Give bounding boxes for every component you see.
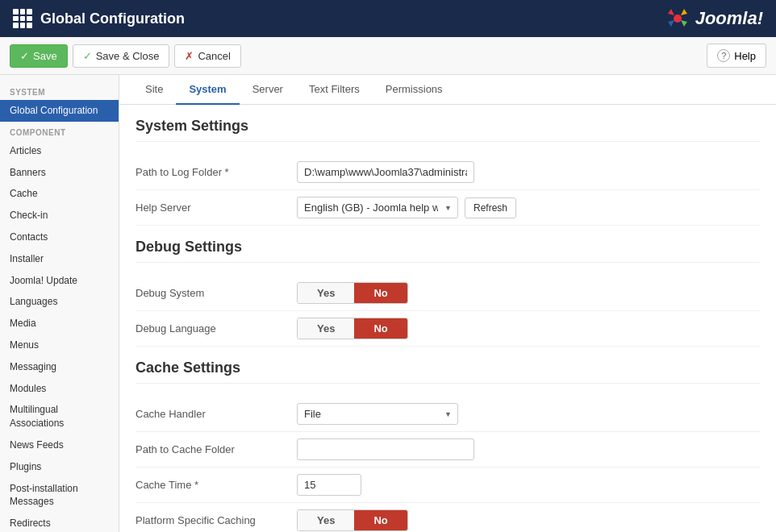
debug-language-yes-btn[interactable]: Yes [298, 318, 354, 339]
debug-language-no-btn[interactable]: No [354, 318, 407, 339]
cache-time-row: Cache Time * [136, 468, 760, 503]
sidebar-item-languages[interactable]: Languages [0, 291, 119, 313]
sidebar-item-contacts[interactable]: Contacts [0, 227, 119, 248]
path-to-cache-folder-label: Path to Cache Folder [136, 443, 297, 455]
main-layout: SYSTEM Global Configuration COMPONENT Ar… [0, 75, 776, 532]
path-to-cache-folder-input[interactable] [297, 438, 474, 460]
header-left: Global Configuration [13, 9, 185, 28]
tab-permissions[interactable]: Permissions [373, 75, 456, 105]
cache-settings-heading: Cache Settings [136, 360, 760, 384]
cache-handler-wrap: File [297, 403, 760, 425]
svg-point-0 [674, 15, 682, 23]
tab-system[interactable]: System [176, 75, 239, 105]
sidebar-item-messaging[interactable]: Messaging [0, 356, 119, 378]
sidebar-item-menus[interactable]: Menus [0, 335, 119, 356]
debug-system-yes-btn[interactable]: Yes [298, 283, 354, 303]
sidebar-item-modules[interactable]: Modules [0, 378, 119, 400]
platform-specific-label: Platform Specific Caching [136, 514, 297, 526]
cancel-button[interactable]: ✗ Cancel [174, 44, 240, 68]
debug-system-toggle: Yes No [297, 282, 408, 304]
cancel-label: Cancel [198, 50, 230, 62]
sidebar-item-plugins[interactable]: Plugins [0, 456, 119, 478]
sidebar-item-news-feeds[interactable]: News Feeds [0, 434, 119, 456]
header: Global Configuration Joomla! [0, 0, 776, 37]
sidebar-item-post-installation-messages[interactable]: Post-installation Messages [0, 478, 119, 513]
path-to-cache-folder-wrap [297, 438, 760, 460]
save-close-button[interactable]: ✓ Save & Close [73, 44, 170, 68]
tab-text-filters[interactable]: Text Filters [296, 75, 373, 105]
refresh-button[interactable]: Refresh [465, 197, 516, 218]
joomla-logo: Joomla! [665, 6, 763, 31]
path-to-log-folder-wrap [297, 161, 760, 183]
checkmark-icon: ✓ [83, 50, 92, 62]
help-server-row: Help Server English (GB) - Joomla help w… [136, 190, 760, 226]
tab-bar: Site System Server Text Filters Permissi… [119, 75, 776, 105]
platform-specific-toggle: Yes No [297, 509, 408, 531]
help-server-select-wrap: English (GB) - Joomla help wiki [297, 197, 458, 218]
path-to-log-folder-input[interactable] [297, 161, 474, 183]
component-section-label: COMPONENT [0, 122, 119, 140]
path-to-cache-folder-row: Path to Cache Folder [136, 432, 760, 468]
help-server-label: Help Server [136, 202, 297, 214]
path-to-log-folder-row: Path to Log Folder * [136, 155, 760, 190]
debug-system-row: Debug System Yes No [136, 276, 760, 311]
debug-language-row: Debug Language Yes No [136, 311, 760, 347]
toolbar: ✓ Save ✓ Save & Close ✗ Cancel ? Help [0, 37, 776, 75]
sidebar-item-multilingual-associations[interactable]: Multilingual Associations [0, 399, 119, 434]
sidebar-item-joomla-update[interactable]: Joomla! Update [0, 270, 119, 292]
help-icon: ? [717, 49, 730, 62]
tab-site[interactable]: Site [132, 75, 176, 105]
sidebar-item-cache[interactable]: Cache [0, 183, 119, 205]
cancel-icon: ✗ [185, 50, 194, 62]
cache-time-label: Cache Time * [136, 479, 297, 491]
help-server-select[interactable]: English (GB) - Joomla help wiki [297, 197, 458, 218]
sidebar: SYSTEM Global Configuration COMPONENT Ar… [0, 75, 119, 532]
platform-specific-caching-row: Platform Specific Caching Yes No [136, 503, 760, 532]
content-area: Site System Server Text Filters Permissi… [119, 75, 776, 532]
help-button[interactable]: ? Help [707, 44, 766, 68]
help-label: Help [734, 50, 756, 62]
debug-system-no-btn[interactable]: No [354, 283, 407, 303]
cache-handler-select[interactable]: File [297, 403, 458, 425]
content-body: System Settings Path to Log Folder * Hel… [119, 105, 776, 532]
system-section-label: SYSTEM [0, 81, 119, 100]
tab-server[interactable]: Server [240, 75, 296, 105]
save-label: Save [33, 50, 57, 62]
sidebar-item-articles[interactable]: Articles [0, 140, 119, 162]
joomla-star-icon [665, 6, 690, 31]
sidebar-item-global-configuration[interactable]: Global Configuration [0, 100, 119, 122]
cache-handler-row: Cache Handler File [136, 397, 760, 432]
save-icon: ✓ [20, 50, 29, 62]
joomla-text: Joomla! [695, 8, 763, 29]
system-settings-heading: System Settings [136, 118, 760, 142]
save-close-label: Save & Close [96, 50, 160, 62]
grid-icon [13, 9, 32, 28]
sidebar-item-banners[interactable]: Banners [0, 162, 119, 184]
cache-time-input[interactable] [297, 474, 361, 496]
sidebar-item-redirects[interactable]: Redirects [0, 513, 119, 532]
cache-handler-select-wrap: File [297, 403, 458, 425]
debug-system-label: Debug System [136, 287, 297, 299]
debug-system-wrap: Yes No [297, 282, 760, 304]
platform-specific-no-btn[interactable]: No [354, 510, 407, 530]
sidebar-item-check-in[interactable]: Check-in [0, 205, 119, 227]
debug-settings-heading: Debug Settings [136, 239, 760, 263]
sidebar-item-media[interactable]: Media [0, 313, 119, 335]
path-to-log-folder-label: Path to Log Folder * [136, 166, 297, 178]
platform-specific-wrap: Yes No [297, 509, 760, 531]
save-button[interactable]: ✓ Save [10, 44, 68, 68]
cache-handler-label: Cache Handler [136, 408, 297, 420]
debug-language-label: Debug Language [136, 322, 297, 335]
platform-specific-yes-btn[interactable]: Yes [298, 510, 354, 530]
help-server-wrap: English (GB) - Joomla help wiki Refresh [297, 197, 760, 218]
page-title: Global Configuration [40, 10, 185, 27]
cache-time-wrap [297, 474, 760, 496]
debug-language-wrap: Yes No [297, 318, 760, 339]
sidebar-item-installer[interactable]: Installer [0, 248, 119, 270]
debug-language-toggle: Yes No [297, 318, 408, 339]
